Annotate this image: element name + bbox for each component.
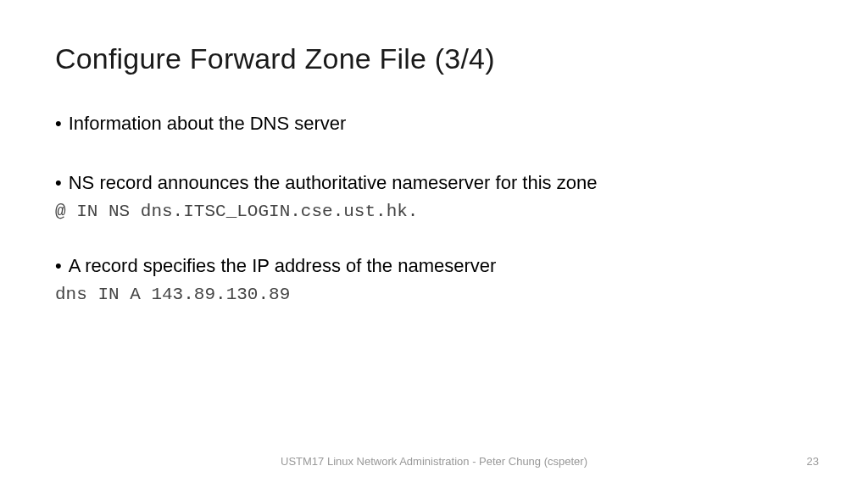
code-line: dns IN A 143.89.130.89 [55,283,813,307]
bullet-text: NS record announces the authoritative na… [69,170,813,196]
page-number: 23 [807,455,819,468]
slide-footer: USTM17 Linux Network Administration - Pe… [0,455,868,468]
bullet-item: • NS record announces the authoritative … [55,170,813,196]
slide-content: • Information about the DNS server • NS … [55,111,813,308]
bullet-marker-icon: • [55,253,62,279]
bullet-item: • Information about the DNS server [55,111,813,136]
footer-text: USTM17 Linux Network Administration - Pe… [0,455,868,468]
slide-title: Configure Forward Zone File (3/4) [55,42,813,75]
code-line: @ IN NS dns.ITSC_LOGIN.cse.ust.hk. [55,200,813,224]
bullet-item: • A record specifies the IP address of t… [55,253,813,279]
slide-container: Configure Forward Zone File (3/4) • Info… [0,0,868,488]
bullet-text: Information about the DNS server [69,111,813,136]
bullet-marker-icon: • [55,111,62,136]
bullet-text: A record specifies the IP address of the… [69,253,813,279]
bullet-marker-icon: • [55,170,62,196]
